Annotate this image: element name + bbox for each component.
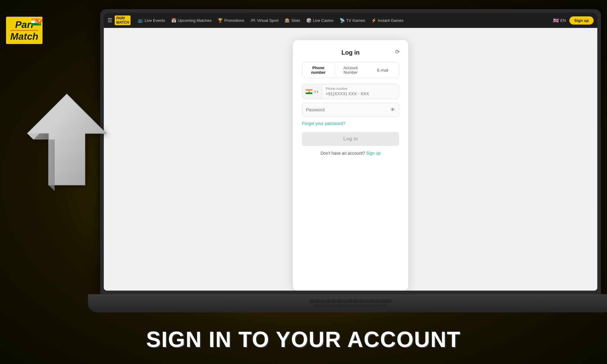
nav-live-casino-label: Live Casino: [313, 18, 334, 23]
nav-instant-games-label: Instant Games: [378, 18, 404, 23]
keyboard-key: [344, 304, 349, 307]
nav-upcoming-matches[interactable]: 📅 Upcoming Matches: [171, 18, 212, 23]
signup-prompt: Don't have an account? Sign up: [302, 151, 399, 156]
keyboard-key: [320, 299, 325, 302]
virtual-sport-icon: 🎮: [250, 18, 256, 23]
keyboard-key: [322, 304, 327, 307]
logo-match: Match: [10, 32, 38, 41]
keyboard-key: [381, 299, 392, 302]
page-content: Log in ⟳ Phone number Account Number E-m…: [104, 28, 597, 291]
modal-title: Log in: [302, 49, 399, 56]
keyboard-key: [337, 299, 342, 302]
keyboard-key: [364, 299, 369, 302]
help-icon[interactable]: ⟳: [395, 49, 400, 55]
nav-live-events-label: Live Events: [144, 18, 165, 23]
live-casino-icon: 🎲: [306, 18, 311, 23]
keyboard-key: [377, 304, 381, 307]
keyboard-key: [348, 299, 353, 302]
cursor-arrow-svg: [18, 85, 121, 194]
nav-tv-games[interactable]: 📡 TV Games: [340, 18, 365, 23]
nav-upcoming-matches-label: Upcoming Matches: [178, 18, 212, 23]
nav-slots-label: Slots: [291, 18, 300, 23]
tab-account-number[interactable]: Account Number: [334, 62, 367, 78]
forgot-password-link[interactable]: Forgot your password?: [302, 121, 399, 126]
promotions-icon: 🏆: [218, 18, 223, 23]
keyboard-key: [370, 299, 375, 302]
keyboard-key: [355, 304, 360, 307]
signup-button[interactable]: Sign up: [569, 16, 594, 25]
keyboard-key: [310, 299, 314, 302]
slots-icon: 🎰: [285, 18, 290, 23]
logo-box: Pari Match: [6, 17, 42, 44]
nav-promotions-label: Promotions: [224, 18, 244, 23]
nav-right: 🇬🇧 EN Sign up: [553, 16, 594, 25]
tab-container: Phone number Account Number E-mail: [302, 62, 399, 78]
keyboard-key: [333, 304, 338, 307]
nav-tv-games-label: TV Games: [346, 18, 365, 23]
nav-live-casino[interactable]: 🎲 Live Casino: [306, 18, 334, 23]
phone-field-label: Phone number: [326, 87, 395, 90]
instant-games-icon: ⚡: [371, 18, 376, 23]
nav-slots[interactable]: 🎰 Slots: [285, 18, 300, 23]
tab-email[interactable]: E-mail: [367, 62, 399, 78]
uk-flag-icon: 🇬🇧: [553, 18, 559, 23]
upcoming-matches-icon: 📅: [171, 18, 176, 23]
keyboard-key: [338, 304, 343, 307]
nav-virtual-sport-label: Virtual Sport: [257, 18, 279, 23]
sign-in-heading: SIGN IN TO YOUR ACCOUNT: [146, 327, 461, 352]
keyboard-key: [359, 299, 364, 302]
signup-prompt-text: Don't have an account?: [320, 151, 365, 156]
keyboard-key: [353, 299, 358, 302]
tab-phone-number[interactable]: Phone number: [302, 62, 334, 78]
nav-promotions[interactable]: 🏆 Promotions: [218, 18, 244, 23]
keyboard-key: [315, 299, 320, 302]
browser-bar: ☰ PARIMATCH 📺 Live Events 📅 Upcoming Mat…: [104, 13, 597, 28]
browser-logo: PARIMATCH: [115, 15, 131, 25]
laptop-screen: ☰ PARIMATCH 📺 Live Events 📅 Upcoming Mat…: [100, 9, 601, 294]
language-selector[interactable]: 🇬🇧 EN: [553, 18, 566, 23]
laptop-screen-inner: ☰ PARIMATCH 📺 Live Events 📅 Upcoming Mat…: [104, 13, 597, 291]
nav-virtual-sport[interactable]: 🎮 Virtual Sport: [250, 18, 279, 23]
keyboard-key: [349, 304, 354, 307]
browser-logo-mark: PARIMATCH: [115, 15, 131, 25]
keyboard-key: [366, 304, 371, 307]
signup-link[interactable]: Sign up: [366, 151, 381, 156]
keyboard-key: [314, 304, 321, 307]
password-row: 👁: [302, 103, 399, 117]
laptop-frame: ☰ PARIMATCH 📺 Live Events 📅 Upcoming Mat…: [100, 9, 601, 312]
nav-items: 📺 Live Events 📅 Upcoming Matches 🏆 Promo…: [138, 18, 403, 23]
eye-icon[interactable]: 👁: [387, 103, 399, 116]
keyboard-key: [327, 304, 332, 307]
tv-games-icon: 📡: [340, 18, 345, 23]
keyboard-key: [331, 299, 336, 302]
arrow-3d: [18, 85, 121, 194]
country-selector[interactable]: ⬆⬇: [302, 84, 322, 99]
login-modal: Log in ⟳ Phone number Account Number E-m…: [293, 40, 408, 291]
login-button[interactable]: Log in: [302, 132, 399, 146]
keyboard-key: [326, 299, 331, 302]
keyboard-key: [382, 304, 387, 307]
phone-input-row: ⬆⬇ Phone number: [302, 84, 399, 99]
keyboard-key: [371, 304, 376, 307]
bottom-text: SIGN IN TO YOUR ACCOUNT: [0, 327, 607, 352]
svg-marker-5: [27, 133, 55, 191]
country-arrows-icon: ⬆⬇: [314, 90, 319, 93]
phone-input[interactable]: [326, 91, 395, 96]
password-input[interactable]: [302, 103, 387, 116]
nav-instant-games[interactable]: ⚡ Instant Games: [371, 18, 404, 23]
live-events-icon: 📺: [138, 18, 143, 23]
laptop-base: [88, 294, 607, 312]
keyboard-key: [360, 304, 365, 307]
india-flag-icon: [305, 89, 313, 94]
keyboard-key: [375, 299, 380, 302]
language-label: EN: [560, 18, 566, 23]
phone-field-container: Phone number: [322, 84, 399, 99]
keyboard-key: [342, 299, 347, 302]
brand-logo: Pari Match: [6, 6, 109, 55]
check-decoration: [35, 17, 42, 26]
nav-live-events[interactable]: 📺 Live Events: [138, 18, 165, 23]
